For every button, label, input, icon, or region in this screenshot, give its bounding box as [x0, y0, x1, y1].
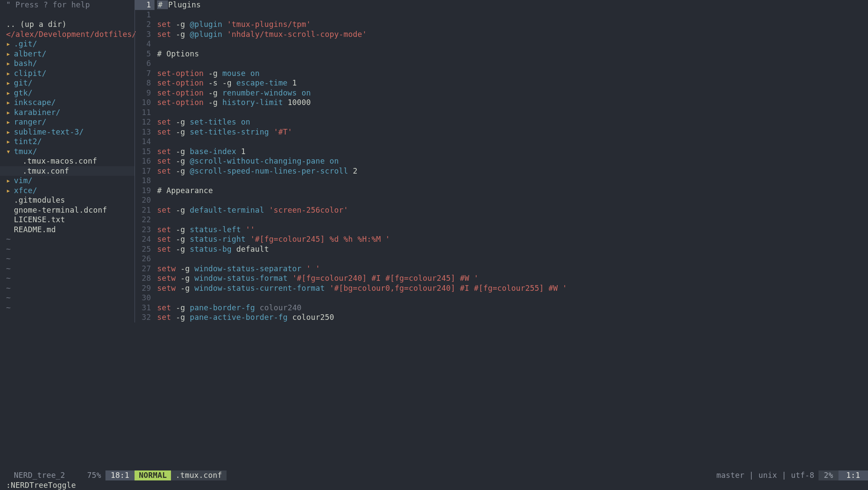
- code-line[interactable]: 5# Options: [135, 49, 868, 59]
- nerdtree-file[interactable]: ▸gnome-terminal.dconf: [6, 205, 135, 215]
- caret-right-icon: ▸: [6, 59, 11, 69]
- code-line[interactable]: 1: [135, 10, 868, 20]
- nerdtree-entry-name: albert/: [14, 49, 46, 58]
- nerdtree-dir[interactable]: ▸.git/: [6, 39, 135, 49]
- line-content: set-option -g mouse on: [157, 69, 260, 79]
- status-left: NERD_tree_2 75% 18:1: [0, 470, 135, 480]
- code-line[interactable]: 3set -g @plugin 'nhdaly/tmux-scroll-copy…: [135, 30, 868, 39]
- caret-right-icon: ▸: [6, 117, 11, 127]
- nerdtree-file[interactable]: ▸.tmux.conf: [0, 166, 135, 176]
- line-content: set -g set-titles on: [157, 117, 250, 127]
- nerdtree-dir[interactable]: ▸vim/: [6, 176, 135, 186]
- line-content: # Plugins: [157, 0, 201, 10]
- line-content: set -g @scroll-without-changing-pane on: [157, 156, 339, 166]
- code-line[interactable]: 22: [135, 215, 868, 225]
- code-line[interactable]: 12set -g set-titles on: [135, 117, 868, 127]
- code-line[interactable]: 11: [135, 108, 868, 118]
- editor-pane[interactable]: 1# Plugins12set -g @plugin 'tmux-plugins…: [135, 0, 868, 470]
- line-content: setw -g window-status-separator ' ': [157, 264, 320, 274]
- line-number: 24: [135, 234, 155, 244]
- nerdtree-entry-name: sublime-text-3/: [14, 128, 84, 136]
- code-line[interactable]: 17set -g @scroll-speed-num-lines-per-scr…: [135, 166, 868, 176]
- line-content: # Options: [157, 49, 199, 59]
- code-line[interactable]: 13set -g set-titles-string '#T': [135, 127, 868, 137]
- nerdtree-dir[interactable]: ▸albert/: [6, 49, 135, 59]
- nerdtree-file[interactable]: ▸.tmux-macos.conf: [6, 156, 135, 166]
- code-line[interactable]: 15set -g base-index 1: [135, 147, 868, 157]
- nerdtree-entry-name: .git/: [14, 39, 37, 48]
- code-line[interactable]: 4: [135, 39, 868, 49]
- nerdtree-entry-name: .tmux-macos.conf: [23, 157, 97, 165]
- code-line[interactable]: 7set-option -g mouse on: [135, 69, 868, 79]
- caret-right-icon: ▸: [6, 49, 11, 59]
- line-number: 8: [135, 78, 155, 88]
- nerdtree-dir[interactable]: ▸clipit/: [6, 69, 135, 79]
- code-line[interactable]: 29setw -g window-status-current-format '…: [135, 283, 868, 293]
- nerdtree-hint: " Press ? for help: [6, 0, 135, 10]
- line-number: 11: [135, 108, 155, 118]
- nerdtree-entry-name: inkscape/: [14, 98, 56, 107]
- nerdtree-dir[interactable]: ▸inkscape/: [6, 98, 135, 108]
- status-left-percent: 75%: [87, 470, 105, 480]
- line-content: set -g @scroll-speed-num-lines-per-scrol…: [157, 166, 358, 176]
- line-number: 5: [135, 49, 155, 59]
- code-line[interactable]: 24set -g status-right '#[fg=colour245] %…: [135, 234, 868, 244]
- code-line[interactable]: 18: [135, 176, 868, 186]
- nerdtree-updir[interactable]: .. (up a dir): [6, 20, 135, 30]
- nerdtree-file[interactable]: ▸LICENSE.txt: [6, 215, 135, 225]
- code-line[interactable]: 14: [135, 137, 868, 147]
- code-line[interactable]: 9set-option -g renumber-windows on: [135, 88, 868, 98]
- code-line[interactable]: 10set-option -g history-limit 10000: [135, 98, 868, 108]
- line-number: 17: [135, 166, 155, 176]
- code-body[interactable]: 1# Plugins12set -g @plugin 'tmux-plugins…: [135, 0, 868, 470]
- nerdtree-file[interactable]: ▸.gitmodules: [6, 195, 135, 205]
- code-line[interactable]: 2set -g @plugin 'tmux-plugins/tpm': [135, 20, 868, 30]
- nerdtree-entry-name: clipit/: [14, 69, 46, 78]
- line-number: 28: [135, 273, 155, 283]
- nerdtree-entry-name: LICENSE.txt: [14, 215, 65, 224]
- code-line[interactable]: 25set -g status-bg default: [135, 244, 868, 254]
- nerdtree-entry-name: README.md: [14, 225, 56, 234]
- line-number: 23: [135, 225, 155, 235]
- line-number: 30: [135, 293, 155, 303]
- nerdtree-root[interactable]: </alex/Development/dotfiles/: [6, 30, 135, 39]
- line-number: 1: [135, 0, 155, 10]
- code-line[interactable]: 27setw -g window-status-separator ' ': [135, 264, 868, 274]
- nerdtree-dir[interactable]: ▸karabiner/: [6, 108, 135, 118]
- line-content: set -g pane-border-fg colour240: [157, 303, 302, 313]
- code-line[interactable]: 6: [135, 59, 868, 69]
- code-line[interactable]: 28setw -g window-status-format '#[fg=col…: [135, 273, 868, 283]
- code-line[interactable]: 30: [135, 293, 868, 303]
- code-line[interactable]: 1# Plugins: [135, 0, 868, 10]
- nerdtree-entry-name: git/: [14, 79, 33, 87]
- nerdtree-entry-name: tint2/: [14, 137, 42, 146]
- line-number: 12: [135, 117, 155, 127]
- nerdtree-dir[interactable]: ▸git/: [6, 78, 135, 88]
- line-number: 7: [135, 69, 155, 79]
- code-line[interactable]: 32set -g pane-active-border-fg colour250: [135, 312, 868, 322]
- code-line[interactable]: 20: [135, 195, 868, 205]
- code-line[interactable]: 21set -g default-terminal 'screen-256col…: [135, 205, 868, 215]
- line-number: 15: [135, 147, 155, 157]
- code-line[interactable]: 16set -g @scroll-without-changing-pane o…: [135, 156, 868, 166]
- nerdtree-dir[interactable]: ▾tmux/: [6, 147, 135, 157]
- line-content: setw -g window-status-current-format '#[…: [157, 283, 567, 293]
- nerdtree-sidebar[interactable]: " Press ? for help .. (up a dir) </alex/…: [0, 0, 135, 470]
- nerdtree-dir[interactable]: ▸xfce/: [6, 186, 135, 196]
- nerdtree-dir[interactable]: ▸sublime-text-3/: [6, 127, 135, 137]
- code-line[interactable]: 31set -g pane-border-fg colour240: [135, 303, 868, 313]
- code-line[interactable]: 19# Appearance: [135, 186, 868, 196]
- code-line[interactable]: 26: [135, 254, 868, 264]
- nerdtree-dir[interactable]: ▸gtk/: [6, 88, 135, 98]
- code-line[interactable]: 8set-option -s -g escape-time 1: [135, 78, 868, 88]
- nerdtree-dir[interactable]: ▸tint2/: [6, 137, 135, 147]
- nerdtree-dir[interactable]: ▸ranger/: [6, 117, 135, 127]
- code-line[interactable]: 23set -g status-left '': [135, 225, 868, 235]
- nerdtree-file[interactable]: ▸README.md: [6, 225, 135, 235]
- nerdtree-dir[interactable]: ▸bash/: [6, 59, 135, 69]
- status-left-name: NERD_tree_2: [10, 470, 69, 480]
- caret-right-icon: ▸: [6, 69, 11, 79]
- status-filename: .tmux.conf: [171, 470, 226, 480]
- vim-command-line[interactable]: :NERDTreeToggle: [0, 480, 868, 490]
- line-content: set -g status-right '#[fg=colour245] %d …: [157, 234, 390, 244]
